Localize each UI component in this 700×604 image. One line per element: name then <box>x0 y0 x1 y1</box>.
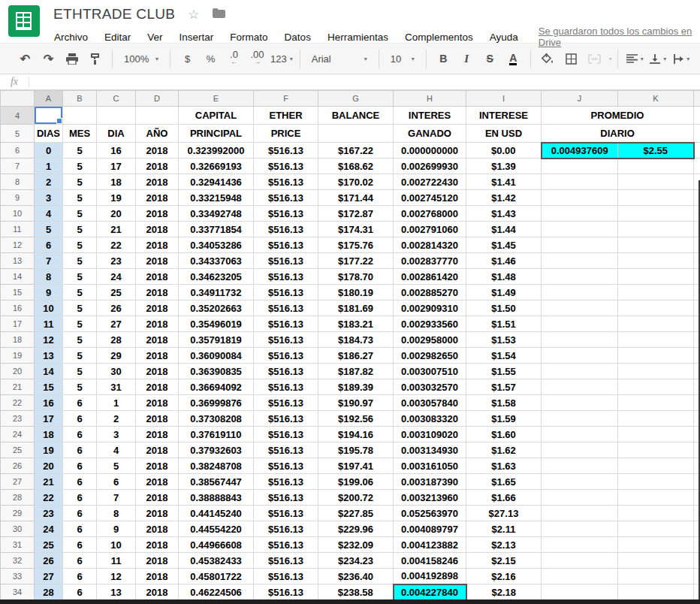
cell[interactable]: 2018 <box>136 521 179 537</box>
cell[interactable] <box>618 237 694 253</box>
cell[interactable] <box>618 506 694 521</box>
menu-complementos[interactable]: Complementos <box>397 30 481 44</box>
cell[interactable]: 23 <box>35 506 63 521</box>
cell[interactable]: 31 <box>97 379 136 395</box>
merged-cell[interactable]: PROMEDIO <box>542 107 694 125</box>
row-header[interactable]: 14 <box>1 269 35 285</box>
cell[interactable]: 2018 <box>136 253 179 269</box>
cell[interactable]: $1.45 <box>466 237 542 253</box>
cell[interactable]: $516.13 <box>254 159 318 174</box>
row-header[interactable]: 33 <box>1 569 35 584</box>
cell[interactable] <box>618 222 694 237</box>
cell[interactable]: 0.002837770 <box>394 253 466 269</box>
cell[interactable]: $1.39 <box>466 159 542 174</box>
cell[interactable]: $1.57 <box>466 379 542 395</box>
save-status-link[interactable]: Se guardaron todos los cambios en Drive <box>539 26 700 48</box>
cell[interactable]: $195.78 <box>318 442 394 458</box>
cell[interactable]: $187.82 <box>318 364 394 379</box>
cell[interactable] <box>618 569 694 584</box>
cell[interactable]: $1.44 <box>466 222 542 237</box>
cell[interactable]: AÑO <box>136 125 179 143</box>
star-icon[interactable]: ☆ <box>188 8 199 21</box>
cell[interactable]: 0.002722430 <box>394 174 466 190</box>
cell[interactable]: 0.33492748 <box>179 206 254 222</box>
cell[interactable]: 5 <box>63 379 97 395</box>
cell[interactable]: 25 <box>97 285 136 300</box>
cell[interactable] <box>542 222 618 237</box>
cell[interactable]: $175.76 <box>318 237 394 253</box>
cell[interactable]: 23 <box>97 253 136 269</box>
cell[interactable]: $178.70 <box>318 269 394 285</box>
cell[interactable]: 0.323992000 <box>179 143 254 159</box>
cell[interactable]: 6 <box>63 490 97 506</box>
cell[interactable]: $2.18 <box>466 584 542 600</box>
cell[interactable]: $1.62 <box>466 442 542 458</box>
cell[interactable]: 14 <box>35 364 63 379</box>
cell[interactable]: 0.003109020 <box>394 427 466 442</box>
cell[interactable]: 0.45382433 <box>179 553 254 569</box>
cell[interactable]: 6 <box>63 395 97 411</box>
cell[interactable]: $172.87 <box>318 206 394 222</box>
cell[interactable] <box>618 316 694 332</box>
cell[interactable]: 19 <box>35 442 63 458</box>
cell[interactable]: 0.004227840 <box>394 584 466 600</box>
cell[interactable]: 2018 <box>136 206 179 222</box>
cell[interactable]: 2018 <box>136 553 179 569</box>
cell[interactable]: 0 <box>35 143 63 159</box>
cell[interactable]: 0.002982650 <box>394 348 466 364</box>
cell[interactable]: 22 <box>97 237 136 253</box>
cell[interactable]: 0.36999876 <box>179 395 254 411</box>
cell[interactable]: 0.003187390 <box>394 474 466 490</box>
cell[interactable]: 0.36694092 <box>179 379 254 395</box>
cell[interactable]: $516.13 <box>254 300 318 316</box>
cell[interactable] <box>618 190 694 206</box>
cell[interactable]: $516.13 <box>254 379 318 395</box>
cell[interactable] <box>63 107 97 125</box>
cell[interactable]: $2.15 <box>466 553 542 569</box>
cell[interactable]: 0.32669193 <box>179 159 254 174</box>
cell[interactable]: $236.40 <box>318 569 394 584</box>
sheets-logo-icon[interactable] <box>8 5 40 37</box>
row-header[interactable]: 19 <box>1 348 35 364</box>
cell[interactable] <box>618 364 694 379</box>
cell[interactable]: 6 <box>63 427 97 442</box>
cell[interactable]: 0.004158246 <box>394 553 466 569</box>
cell[interactable]: 10 <box>97 537 136 553</box>
cell[interactable]: $516.13 <box>254 143 318 159</box>
cell[interactable] <box>542 206 618 222</box>
cell[interactable]: 3 <box>35 190 63 206</box>
font-family-select[interactable]: Arial▾ <box>307 49 372 68</box>
cell[interactable] <box>542 427 618 442</box>
cell[interactable]: $1.41 <box>466 174 542 190</box>
cell[interactable]: 0.003161050 <box>394 458 466 474</box>
cell[interactable]: 29 <box>97 348 136 364</box>
cell[interactable] <box>136 107 179 125</box>
decrease-decimals-button[interactable]: .0← <box>224 49 244 68</box>
selected-cell-a4[interactable] <box>35 107 63 125</box>
cell[interactable]: MES <box>63 125 97 143</box>
cell[interactable] <box>542 364 618 379</box>
cell[interactable]: 1 <box>35 159 63 174</box>
cell[interactable]: $234.23 <box>318 553 394 569</box>
column-header-k[interactable]: K <box>618 91 694 107</box>
cell[interactable] <box>618 442 694 458</box>
cell[interactable]: 0.004123882 <box>394 537 466 553</box>
cell[interactable]: 8 <box>97 506 136 521</box>
cell[interactable]: 11 <box>97 553 136 569</box>
row-header[interactable]: 20 <box>1 364 35 379</box>
cell[interactable]: 2018 <box>136 300 179 316</box>
cell[interactable]: $167.22 <box>318 143 394 159</box>
cell[interactable]: 0.002885270 <box>394 285 466 300</box>
cell[interactable]: EN USD <box>466 125 542 143</box>
cell[interactable]: 0.38248708 <box>179 458 254 474</box>
folder-icon[interactable] <box>213 8 225 21</box>
cell[interactable] <box>542 269 618 285</box>
cell[interactable]: 0.37308208 <box>179 411 254 427</box>
cell[interactable]: 7 <box>35 253 63 269</box>
cell[interactable]: $516.13 <box>254 584 318 600</box>
cell[interactable]: $177.22 <box>318 253 394 269</box>
format-percent-button[interactable]: % <box>201 49 221 68</box>
cell[interactable]: 0.002768000 <box>394 206 466 222</box>
zoom-select[interactable]: 100%▾ <box>119 49 163 68</box>
text-wrap-button[interactable]: ▾ <box>671 49 692 68</box>
